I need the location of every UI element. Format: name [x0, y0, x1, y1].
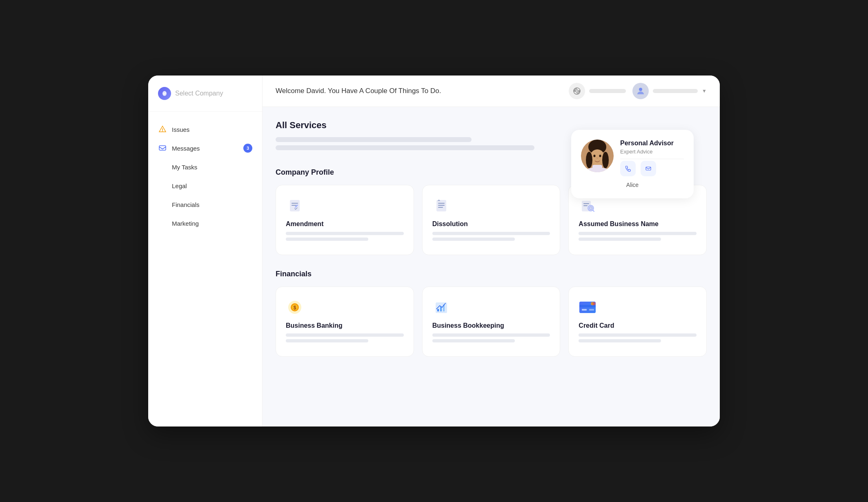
- sidebar-item-messages[interactable]: Messages 3: [148, 139, 262, 158]
- assumed-business-name-desc1: [579, 232, 697, 235]
- sidebar-logo-icon: [158, 87, 171, 100]
- business-bookkeeping-card[interactable]: Business Bookkeeping: [422, 287, 561, 357]
- svg-point-7: [586, 152, 592, 168]
- sidebar-messages-label: Messages: [172, 145, 200, 152]
- credit-card-title: Credit Card: [579, 322, 697, 329]
- advisor-avatar: [581, 140, 614, 172]
- dissolution-title: Dissolution: [432, 220, 550, 228]
- sidebar-header: Select Company: [148, 76, 262, 112]
- sidebar-item-my-tasks[interactable]: My Tasks: [148, 158, 262, 176]
- advisor-info: Personal Advisor Expert Advice: [620, 140, 684, 176]
- select-company[interactable]: Select Company: [175, 90, 223, 97]
- user-section[interactable]: ▼: [632, 83, 707, 99]
- advisor-subtitle: Expert Advice: [620, 149, 684, 155]
- sidebar: Select Company Issues: [148, 76, 263, 426]
- financials-title: Financials: [276, 270, 707, 278]
- search-bar-placeholder: [276, 137, 472, 142]
- search-bar-placeholder-short: [276, 145, 534, 150]
- svg-point-33: [592, 302, 596, 305]
- sidebar-item-marketing[interactable]: Marketing: [148, 214, 262, 233]
- financials-section: Financials $ Business Banking: [276, 270, 707, 357]
- legal-icon: [158, 181, 167, 190]
- tasks-icon: [158, 162, 167, 171]
- svg-text:$: $: [294, 305, 296, 311]
- business-bookkeeping-desc1: [432, 333, 550, 337]
- header-right: ▼: [569, 83, 707, 99]
- business-banking-title: Business Banking: [286, 322, 404, 329]
- svg-point-10: [599, 155, 601, 157]
- support-section: [569, 83, 626, 99]
- business-bookkeeping-title: Business Bookkeeping: [432, 322, 550, 329]
- sidebar-financials-label: Financials: [172, 201, 200, 208]
- warning-icon: [158, 125, 167, 134]
- amendment-card[interactable]: Amendment: [276, 185, 414, 255]
- credit-card-icon: [579, 298, 596, 316]
- sidebar-item-financials[interactable]: Financials: [148, 195, 262, 214]
- app-container: Select Company Issues: [148, 76, 720, 426]
- credit-card-desc2: [579, 339, 661, 342]
- messages-badge: 3: [243, 144, 252, 153]
- advisor-title: Personal Advisor: [620, 140, 684, 147]
- advisor-name: Alice: [626, 182, 639, 188]
- svg-rect-29: [579, 305, 596, 307]
- amendment-icon: [286, 197, 304, 215]
- financials-cards: $ Business Banking: [276, 287, 707, 357]
- business-banking-icon: $: [286, 298, 304, 316]
- advisor-divider: [620, 159, 684, 159]
- svg-point-8: [602, 152, 609, 168]
- credit-card-card[interactable]: Credit Card: [568, 287, 707, 357]
- dissolution-icon: [432, 197, 450, 215]
- business-banking-desc1: [286, 333, 404, 337]
- sidebar-nav: Issues Messages 3 My Tasks: [148, 112, 262, 426]
- assumed-business-name-title: Assumed Business Name: [579, 220, 697, 228]
- marketing-icon: [158, 219, 167, 228]
- svg-point-9: [594, 155, 596, 157]
- dissolution-desc2: [432, 238, 515, 241]
- sidebar-legal-label: Legal: [172, 182, 187, 189]
- amendment-title: Amendment: [286, 220, 404, 228]
- assumed-business-name-icon: [579, 197, 596, 215]
- svg-rect-30: [582, 309, 587, 311]
- main-panel: Welcome David. You Have A Couple Of Thin…: [263, 76, 720, 426]
- dissolution-card[interactable]: Dissolution: [422, 185, 561, 255]
- user-name-placeholder: [653, 89, 698, 93]
- business-banking-card[interactable]: $ Business Banking: [276, 287, 414, 357]
- business-bookkeeping-desc2: [432, 339, 515, 342]
- support-icon[interactable]: [569, 83, 585, 99]
- credit-card-desc1: [579, 333, 697, 337]
- advisor-card: Personal Advisor Expert Advice: [571, 130, 694, 198]
- support-text-placeholder: [589, 89, 626, 93]
- advisor-phone-button[interactable]: [620, 161, 636, 176]
- sidebar-item-legal[interactable]: Legal: [148, 176, 262, 195]
- svg-point-2: [576, 90, 578, 92]
- header-greeting: Welcome David. You Have A Couple Of Thin…: [276, 87, 569, 95]
- financials-icon: [158, 200, 167, 209]
- svg-rect-31: [589, 309, 594, 311]
- chevron-down-icon: ▼: [702, 88, 707, 94]
- message-icon: [158, 144, 167, 153]
- assumed-business-name-desc2: [579, 238, 661, 241]
- sidebar-issues-label: Issues: [172, 126, 189, 133]
- amendment-desc1: [286, 232, 404, 235]
- sidebar-item-issues[interactable]: Issues: [148, 120, 262, 139]
- header: Welcome David. You Have A Couple Of Thin…: [263, 76, 720, 107]
- svg-rect-13: [646, 167, 651, 170]
- svg-rect-0: [159, 146, 166, 150]
- svg-point-3: [639, 88, 642, 91]
- advisor-actions: [620, 161, 684, 176]
- sidebar-tasks-label: My Tasks: [172, 164, 197, 171]
- business-banking-desc2: [286, 339, 368, 342]
- svg-rect-24: [437, 309, 439, 311]
- dissolution-desc1: [432, 232, 550, 235]
- advisor-email-button[interactable]: [641, 161, 656, 176]
- amendment-desc2: [286, 238, 368, 241]
- business-bookkeeping-icon: [432, 298, 450, 316]
- sidebar-marketing-label: Marketing: [172, 220, 199, 227]
- page-title: All Services: [276, 120, 707, 131]
- content-area: All Services: [263, 107, 720, 426]
- user-avatar: [632, 83, 649, 99]
